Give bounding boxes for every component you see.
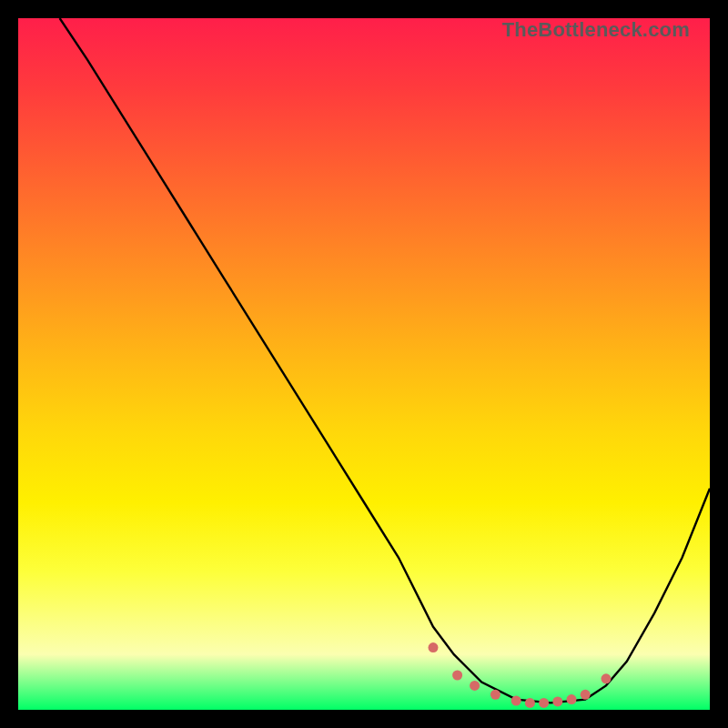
data-marker bbox=[567, 694, 577, 704]
data-marker bbox=[511, 696, 521, 706]
data-marker bbox=[525, 698, 535, 708]
data-marker bbox=[452, 671, 462, 681]
chart-frame: TheBottleneck.com bbox=[0, 0, 728, 728]
bottleneck-curve bbox=[60, 18, 710, 703]
data-marker bbox=[552, 696, 562, 706]
data-marker bbox=[539, 698, 549, 708]
data-marker bbox=[490, 690, 500, 700]
data-marker bbox=[581, 690, 591, 700]
plot-area: TheBottleneck.com bbox=[18, 18, 710, 710]
data-marker bbox=[429, 642, 439, 652]
data-marker bbox=[470, 681, 480, 691]
curve-svg bbox=[18, 18, 710, 710]
data-marker bbox=[602, 673, 612, 683]
marker-group bbox=[429, 642, 612, 708]
